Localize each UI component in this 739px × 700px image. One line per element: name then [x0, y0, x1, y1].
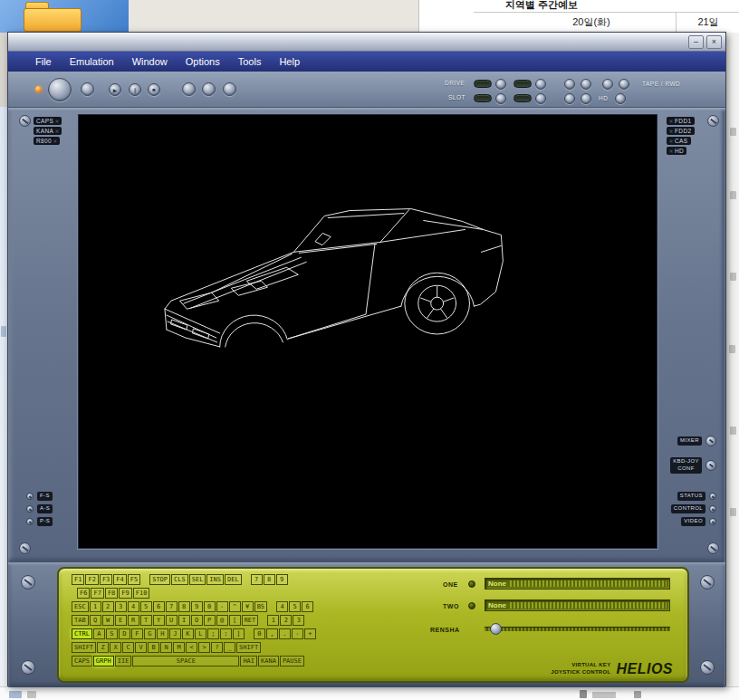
key-sym[interactable]: ]: [233, 628, 245, 639]
key-2[interactable]: 2: [280, 615, 292, 626]
key-tab[interactable]: TAB: [72, 615, 89, 626]
key-sym[interactable]: >: [198, 642, 210, 653]
key-bs[interactable]: BS: [254, 601, 267, 612]
minimize-button[interactable]: –: [688, 35, 704, 49]
key-x[interactable]: X: [110, 642, 121, 653]
key-j[interactable]: J: [169, 628, 181, 639]
key-7[interactable]: 7: [166, 601, 178, 612]
key-f1[interactable]: F1: [72, 574, 84, 585]
key-2[interactable]: 2: [102, 601, 114, 612]
side-button-control[interactable]: CONTROL: [671, 504, 705, 513]
knob-status[interactable]: [709, 493, 716, 500]
key-sym[interactable]: [: [229, 615, 241, 626]
menu-help[interactable]: Help: [279, 56, 300, 67]
key-shift[interactable]: SHIFT: [236, 642, 261, 653]
key-sym[interactable]: ;: [207, 628, 219, 639]
key-sym[interactable]: .: [279, 628, 291, 639]
key-ctrl[interactable]: CTRL: [72, 628, 92, 639]
key-f2[interactable]: F2: [85, 574, 98, 585]
hd-button-3[interactable]: [615, 93, 626, 104]
key-c[interactable]: C: [122, 642, 134, 653]
key-9[interactable]: 9: [276, 574, 288, 585]
key-f6[interactable]: F6: [77, 588, 90, 599]
key-s[interactable]: S: [106, 628, 118, 639]
rensha-slider-knob[interactable]: [490, 623, 502, 635]
menu-window[interactable]: Window: [132, 56, 168, 67]
key-sym[interactable]: ¥: [242, 601, 254, 612]
key-sym[interactable]: ^: [229, 601, 241, 612]
key-sym[interactable]: ,: [266, 628, 278, 639]
key-sym[interactable]: _: [224, 642, 235, 653]
key-shift[interactable]: SHIFT: [72, 642, 96, 653]
background-calendar-window[interactable]: 지역별 주간예보 20일(화) 21일: [418, 0, 739, 33]
key-f8[interactable]: F8: [105, 588, 118, 599]
stop-button[interactable]: ■: [148, 83, 160, 96]
tape-button-4[interactable]: [619, 79, 629, 90]
key-5[interactable]: 5: [140, 601, 152, 612]
key-stop[interactable]: STOP: [149, 574, 170, 585]
key-z[interactable]: Z: [97, 642, 109, 653]
key-r[interactable]: R: [128, 615, 139, 626]
key-q[interactable]: Q: [90, 615, 101, 626]
background-window-left[interactable]: [0, 0, 129, 33]
rensha-slider[interactable]: [485, 623, 670, 635]
key-k[interactable]: K: [182, 628, 194, 639]
key-3[interactable]: 3: [115, 601, 127, 612]
drive-button-2[interactable]: [535, 79, 546, 90]
key-hai[interactable]: HAI: [240, 656, 257, 666]
tool-button-1[interactable]: [182, 82, 196, 96]
menu-options[interactable]: Options: [186, 56, 220, 67]
key-sym[interactable]: :: [220, 628, 232, 639]
key-9[interactable]: 9: [191, 601, 203, 612]
key-7[interactable]: 7: [251, 574, 263, 585]
power-button[interactable]: [48, 78, 72, 101]
key-6[interactable]: 6: [302, 601, 313, 612]
key-f4[interactable]: F4: [113, 574, 126, 585]
key-del[interactable]: DEL: [225, 574, 242, 585]
key-i[interactable]: I: [178, 615, 190, 626]
key-f[interactable]: F: [131, 628, 143, 639]
key-h[interactable]: H: [157, 628, 168, 639]
key-sym[interactable]: @: [216, 615, 228, 626]
play-button[interactable]: ▶: [109, 83, 121, 96]
key-ret[interactable]: RET: [242, 615, 259, 626]
key-sel[interactable]: SEL: [189, 574, 206, 585]
key-0[interactable]: 0: [204, 601, 216, 612]
key-ins[interactable]: INS: [206, 574, 224, 585]
key-f3[interactable]: F3: [100, 574, 112, 585]
knob-mixer[interactable]: [705, 436, 716, 446]
key-m[interactable]: M: [173, 642, 185, 653]
close-button[interactable]: ×: [706, 35, 722, 49]
key-t[interactable]: T: [140, 615, 152, 626]
key-esc[interactable]: ESC: [72, 601, 89, 612]
key-g[interactable]: G: [144, 628, 156, 639]
titlebar[interactable]: – ×: [8, 33, 725, 52]
slot-button-1[interactable]: [495, 93, 506, 104]
tool-button-3[interactable]: [223, 82, 236, 96]
tape-button-2[interactable]: [581, 79, 591, 90]
tape-button-3[interactable]: [602, 79, 613, 90]
key-o[interactable]: O: [191, 615, 203, 626]
key-8[interactable]: 8: [178, 601, 190, 612]
key-space[interactable]: SPACE: [132, 656, 239, 666]
key-f10[interactable]: F10: [133, 588, 150, 599]
key-cls[interactable]: CLS: [171, 574, 188, 585]
key-f9[interactable]: F9: [119, 588, 131, 599]
key-f5[interactable]: F5: [128, 574, 140, 585]
key-3[interactable]: 3: [293, 615, 304, 626]
key-v[interactable]: V: [135, 642, 147, 653]
key-0[interactable]: 0: [254, 628, 265, 639]
key-e[interactable]: E: [115, 615, 127, 626]
key-sym[interactable]: -: [292, 628, 303, 639]
key-6[interactable]: 6: [153, 601, 165, 612]
side-button-video[interactable]: VIDEO: [681, 517, 705, 526]
key-8[interactable]: 8: [264, 574, 275, 585]
key-1[interactable]: 1: [267, 615, 279, 626]
menu-tools[interactable]: Tools: [238, 56, 262, 67]
key-sym[interactable]: -: [216, 601, 228, 612]
key-1[interactable]: 1: [90, 601, 101, 612]
reset-button[interactable]: [81, 82, 94, 96]
pause-button[interactable]: ∥: [129, 83, 141, 96]
key-u[interactable]: U: [166, 615, 178, 626]
key-l[interactable]: L: [195, 628, 206, 639]
